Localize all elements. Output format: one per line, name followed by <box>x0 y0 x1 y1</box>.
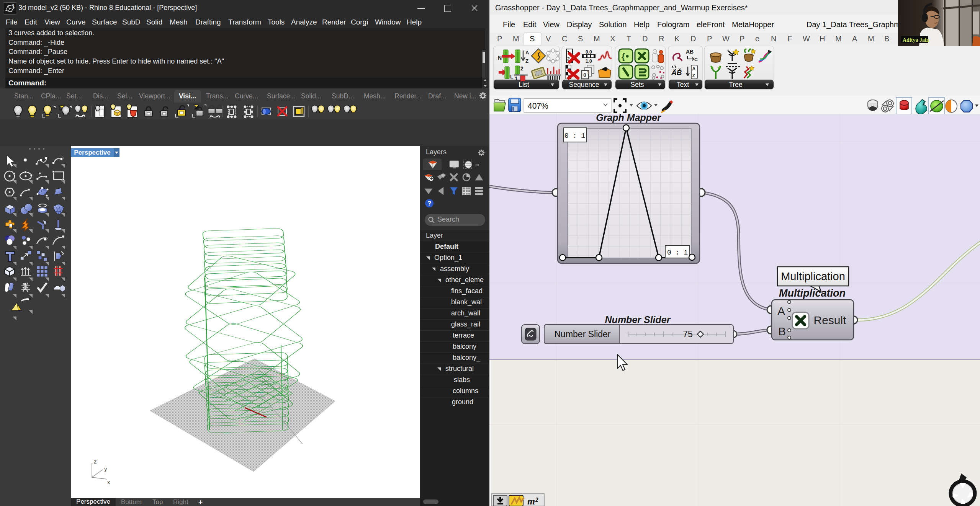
svg-text:407%: 407% <box>528 101 548 111</box>
svg-text:?: ? <box>427 200 431 207</box>
svg-text:z: z <box>94 458 97 465</box>
svg-text:1: 1 <box>515 75 518 82</box>
svg-text:Aditya Jain: Aditya Jain <box>903 37 929 43</box>
svg-text:1: 1 <box>587 70 589 75</box>
svg-text:Sequence: Sequence <box>569 81 599 88</box>
svg-text:Number Slider: Number Slider <box>555 329 611 339</box>
svg-text:Number Slider: Number Slider <box>605 314 671 325</box>
svg-text:Result: Result <box>813 314 846 326</box>
svg-text:List: List <box>519 81 529 88</box>
svg-text:x: x <box>107 479 110 485</box>
svg-text:1.0: 1.0 <box>586 59 592 64</box>
svg-text:75: 75 <box>683 329 693 339</box>
svg-text:ÄB̌: ÄB̌ <box>671 69 682 77</box>
svg-text:Multiplication: Multiplication <box>779 287 846 299</box>
svg-text:Graph Mapper: Graph Mapper <box>596 114 661 123</box>
svg-text:Tree: Tree <box>729 81 742 88</box>
svg-text:0: 0 <box>583 72 586 78</box>
svg-text:Text: Text <box>677 81 689 88</box>
svg-text:B: B <box>778 325 786 338</box>
svg-text:{: { <box>622 52 625 61</box>
svg-text:N: N <box>498 55 502 61</box>
svg-text:8: 8 <box>12 3 14 7</box>
svg-text:m²: m² <box>527 496 538 506</box>
svg-text:A: A <box>692 66 696 72</box>
svg-text:L: L <box>510 73 514 80</box>
svg-text:Sets: Sets <box>630 81 644 88</box>
svg-text:Z: Z <box>525 58 528 64</box>
svg-text:Multiplication: Multiplication <box>781 270 845 282</box>
svg-text:AB: AB <box>686 49 694 55</box>
svg-text:0 : 1: 0 : 1 <box>667 249 688 256</box>
svg-text:Z: Z <box>692 73 695 78</box>
svg-text:C: C <box>694 57 698 62</box>
svg-text:2: 2 <box>520 65 524 72</box>
svg-text:0.0: 0.0 <box>586 49 592 55</box>
svg-text:A: A <box>777 305 785 317</box>
svg-text:y: y <box>104 465 107 472</box>
svg-text:0 : 1: 0 : 1 <box>564 132 585 140</box>
svg-text:A: A <box>525 50 529 55</box>
